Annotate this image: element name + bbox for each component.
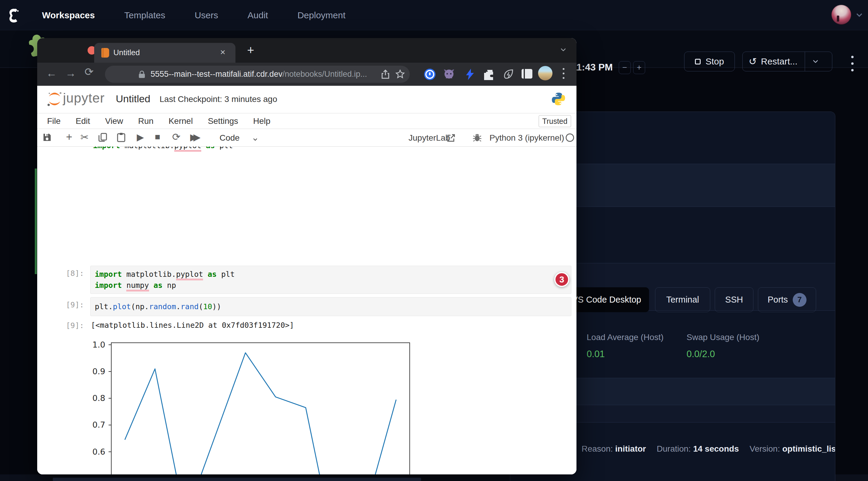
jupyter-header: jupyter Untitled Last Checkpoint: 3 minu… (37, 86, 577, 114)
nav-item-users[interactable]: Users (195, 10, 218, 21)
tab-search-chevron-icon[interactable] (561, 46, 565, 52)
app-button-ports[interactable]: Ports7 (758, 287, 816, 312)
user-menu-chevron-icon[interactable] (857, 12, 864, 19)
menu-help[interactable]: Help (253, 116, 271, 126)
top-nav: WorkspacesTemplatesUsersAuditDeployment (0, 0, 868, 30)
svg-text:0.9: 0.9 (92, 367, 105, 376)
matplotlib-line-chart: 024680.20.30.40.50.60.70.80.91.0 (73, 327, 433, 474)
menu-kernel[interactable]: Kernel (168, 116, 193, 126)
cut-cell-icon[interactable]: ✂ (81, 131, 89, 143)
stat-label: Load Average (Host) (587, 332, 663, 342)
run-cell-icon[interactable]: ▶ (137, 132, 144, 143)
save-icon[interactable] (42, 133, 52, 144)
password-manager-icon[interactable] (424, 68, 436, 82)
jupyter-logo-icon (46, 91, 63, 108)
workspace-menu-kebab-icon[interactable] (851, 56, 854, 75)
stat-value: 0.0/2.0 (686, 349, 760, 359)
menu-settings[interactable]: Settings (208, 116, 238, 126)
svg-text:0.7: 0.7 (92, 420, 105, 429)
extensions-puzzle-icon[interactable] (483, 69, 494, 81)
build-version-label: Version: (749, 444, 780, 453)
clipped-cell-line: import matplotlib.pyplot as plt (93, 147, 233, 152)
app-button-terminal[interactable]: Terminal (655, 287, 710, 312)
restart-kernel-icon[interactable]: ⟳ (172, 131, 181, 143)
jupyter-menubar: FileEditViewRunKernelSettingsHelp Truste… (37, 114, 577, 129)
restart-options-chevron-icon[interactable] (805, 61, 826, 62)
share-icon[interactable] (381, 70, 390, 81)
python-logo-icon (551, 92, 566, 107)
reload-icon[interactable]: ⟳ (85, 66, 94, 78)
paste-cell-icon[interactable] (117, 133, 125, 144)
cell-input-prompt: [9]: (42, 300, 84, 309)
user-avatar[interactable] (831, 5, 851, 25)
cell-type-chevron-icon[interactable] (254, 136, 257, 141)
svg-text:0.5: 0.5 (92, 474, 105, 474)
tab-title: Untitled (113, 48, 140, 57)
browser-profile-avatar[interactable] (538, 66, 553, 81)
external-link-icon[interactable] (447, 134, 455, 143)
browser-toolbar: ← → ⟳ 5555--main--test--matifali.atif.cd… (37, 63, 577, 86)
bookmark-star-icon[interactable] (395, 69, 405, 80)
restart-icon: ↺ (749, 56, 757, 67)
app-button-ssh[interactable]: SSH (715, 287, 753, 312)
svg-text:0.6: 0.6 (92, 447, 105, 456)
nav-item-audit[interactable]: Audit (247, 10, 268, 21)
stat-swap-usage: Swap Usage (Host) 0.0/2.0 (686, 332, 760, 359)
side-panel-icon[interactable] (521, 69, 533, 80)
build-reason-label: Reason: (582, 444, 613, 453)
browser-menu-kebab-icon[interactable] (563, 68, 564, 82)
back-icon[interactable]: ← (46, 67, 57, 79)
interrupt-kernel-icon[interactable]: ■ (155, 132, 160, 142)
url-bar[interactable]: 5555--main--test--matifali.atif.cdr.dev/… (105, 66, 410, 83)
github-icon[interactable] (443, 68, 455, 82)
jupyterlab-link[interactable]: JupyterLab (408, 133, 450, 143)
notebook-content: import matplotlib.pyplot as plt [8]: imp… (37, 147, 577, 474)
workspace-status-accent (35, 168, 37, 274)
checkpoint-text: Last Checkpoint: 3 minutes ago (160, 94, 277, 104)
tab-close-icon[interactable]: × (220, 47, 225, 57)
build-version-value: optimistic_liskov9 (782, 444, 835, 453)
new-tab-button[interactable]: + (247, 43, 254, 57)
browser-tabstrip: Untitled × + (37, 38, 577, 63)
build-timeline-bar (53, 478, 421, 481)
browser-tab[interactable]: Untitled × (94, 43, 236, 63)
stop-button[interactable]: Stop (684, 52, 735, 71)
debugger-bug-icon[interactable] (473, 133, 482, 143)
build-duration-value: 14 seconds (693, 444, 739, 453)
build-duration-label: Duration: (657, 444, 691, 453)
code-cell-8[interactable]: import matplotlib.pyplot as pltimport nu… (90, 266, 571, 294)
forward-icon[interactable]: → (65, 67, 76, 79)
coder-logo-icon[interactable] (6, 8, 21, 24)
menu-run[interactable]: Run (138, 116, 154, 126)
energy-saver-leaf-icon[interactable] (503, 68, 515, 81)
notification-badge: 3 (554, 272, 569, 287)
app-button-vs-code-desktop[interactable]: VS Code Desktop (564, 287, 649, 312)
copy-cell-icon[interactable] (98, 133, 107, 145)
restart-run-all-icon[interactable]: ▶▶ (190, 132, 197, 143)
menu-view[interactable]: View (105, 116, 123, 126)
browser-window: Untitled × + ← → ⟳ 5555--main--test--mat… (37, 38, 577, 474)
svg-text:0.8: 0.8 (92, 393, 105, 403)
nav-item-deployment[interactable]: Deployment (298, 10, 345, 21)
url-text: 5555--main--test--matifali.atif.cdr.dev/… (151, 70, 367, 79)
bolt-icon[interactable] (464, 68, 475, 82)
add-cell-icon[interactable]: + (66, 131, 72, 143)
restart-button[interactable]: ↺ Restart... (742, 52, 832, 71)
kernel-name[interactable]: Python 3 (ipykernel) (490, 133, 564, 143)
zoom-out-button[interactable]: − (619, 61, 631, 74)
zoom-in-button[interactable]: + (633, 61, 645, 74)
nav-item-templates[interactable]: Templates (124, 10, 165, 21)
menu-file[interactable]: File (47, 116, 61, 126)
trusted-button[interactable]: Trusted (539, 115, 571, 127)
cell-type-select[interactable]: Code (220, 133, 240, 143)
build-info-row: Reason: initiator Duration: 14 seconds V… (582, 444, 835, 454)
screen: WorkspacesTemplatesUsersAuditDeployment … (0, 0, 868, 481)
code-cell-9[interactable]: plt.plot(np.random.rand(10)) (90, 297, 571, 316)
notebook-title[interactable]: Untitled (116, 93, 150, 105)
nav-item-workspaces[interactable]: Workspaces (42, 10, 95, 21)
nav-items: WorkspacesTemplatesUsersAuditDeployment (42, 0, 345, 30)
stat-load-average: Load Average (Host) 0.01 (587, 332, 663, 359)
menu-edit[interactable]: Edit (75, 116, 90, 126)
lock-icon (138, 70, 146, 80)
stop-icon (695, 59, 701, 64)
